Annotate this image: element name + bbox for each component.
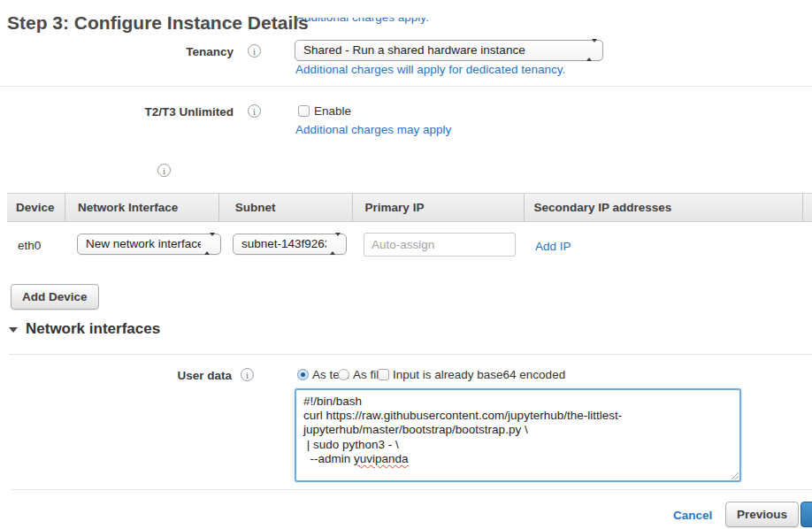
primary-ip-input[interactable] xyxy=(364,233,516,257)
network-interface-select[interactable]: New network interface xyxy=(77,234,221,255)
tenancy-label: Tenancy xyxy=(0,45,234,58)
add-device-button[interactable]: Add Device xyxy=(11,284,99,310)
table-header-primary-ip: Primary IP xyxy=(353,194,525,221)
t2t3-unlimited-label: T2/T3 Unlimited xyxy=(0,105,234,119)
cancel-link[interactable]: Cancel xyxy=(673,509,712,522)
stepper-icon xyxy=(586,42,597,58)
user-data-label: User data xyxy=(0,369,232,382)
info-icon[interactable]: i xyxy=(157,164,171,177)
previous-button[interactable]: Previous xyxy=(725,502,799,527)
resize-handle-icon[interactable] xyxy=(730,471,739,479)
table-header-secondary-ip: Secondary IP addresses xyxy=(525,194,803,221)
subnet-select[interactable]: subnet-143f9263 xyxy=(233,234,347,255)
table-header-network-interface: Network Interface xyxy=(65,194,219,221)
table-header-subnet: Subnet xyxy=(219,194,353,221)
network-interface-select-value: New network interface xyxy=(86,234,201,254)
stepper-icon xyxy=(330,236,341,252)
table-header-filler xyxy=(803,194,812,221)
t2t3-charges-link[interactable]: Additional charges may apply xyxy=(295,123,451,136)
device-cell: eth0 xyxy=(18,239,41,252)
table-header-device: Device xyxy=(7,194,65,221)
tenancy-select-value: Shared - Run a shared hardware instance xyxy=(303,41,583,60)
additional-charges-link[interactable]: Additional charges apply. xyxy=(296,18,491,24)
enable-checkbox[interactable] xyxy=(298,105,310,117)
as-file-radio[interactable] xyxy=(338,369,349,380)
tenancy-select[interactable]: Shared - Run a shared hardware instance xyxy=(295,40,603,61)
info-icon[interactable]: i xyxy=(248,104,261,118)
base64-checkbox-label: Input is already base64 encoded xyxy=(393,368,565,381)
subnet-select-value: subnet-143f9263 xyxy=(241,234,326,254)
network-interfaces-table-header: Device Network Interface Subnet Primary … xyxy=(7,193,812,222)
as-text-radio[interactable] xyxy=(297,369,309,380)
info-icon[interactable]: i xyxy=(248,44,261,58)
divider xyxy=(9,354,812,355)
base64-checkbox[interactable] xyxy=(378,369,389,380)
primary-button-partial[interactable] xyxy=(801,502,812,527)
clipped-note-box: Additional charges apply. xyxy=(296,18,491,28)
stepper-icon xyxy=(204,236,215,252)
divider xyxy=(11,489,812,490)
user-data-textarea[interactable]: #!/bin/bashcurl https://raw.githubuserco… xyxy=(295,388,741,482)
page-title: Step 3: Configure Instance Details xyxy=(7,12,309,34)
tenancy-charges-link[interactable]: Additional charges will apply for dedica… xyxy=(295,63,565,76)
divider xyxy=(0,86,812,87)
info-icon[interactable]: i xyxy=(241,368,254,381)
advanced-details-section-header[interactable]: Advanced Details xyxy=(0,330,177,351)
enable-checkbox-label: Enable xyxy=(314,104,351,118)
add-ip-link[interactable]: Add IP xyxy=(535,240,571,253)
